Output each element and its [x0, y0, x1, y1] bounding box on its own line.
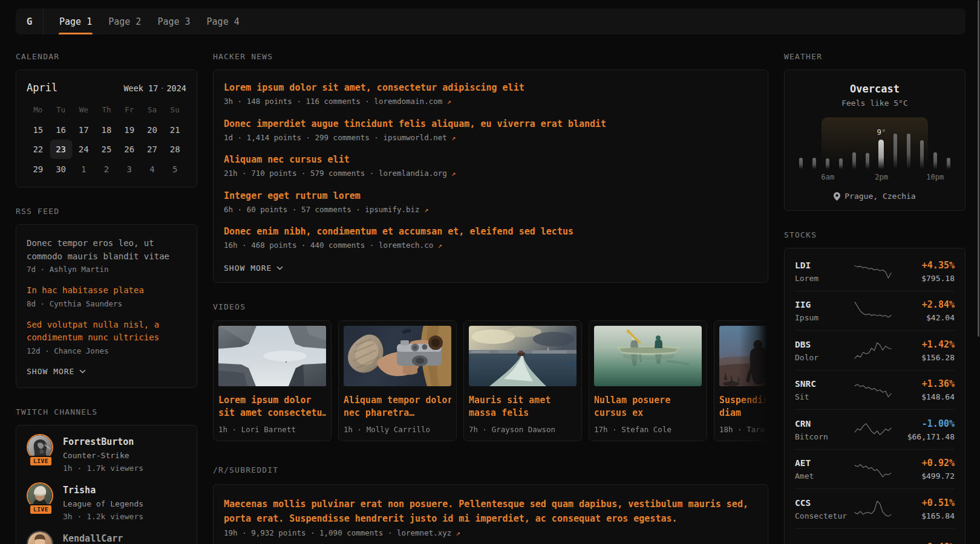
tab-page-1[interactable]: Page 1 [59, 8, 93, 34]
rss-item-title[interactable]: Sed volutpat nulla nisl, a condimentum n… [27, 319, 186, 345]
video-thumbnail[interactable] [469, 326, 577, 386]
calendar-day-header: We [72, 106, 95, 114]
video-meta: 17h · Stefan Cole [594, 424, 702, 435]
calendar-separator: · [158, 83, 166, 93]
hn-item-domain[interactable]: ipsumworld.net [383, 133, 446, 142]
calendar-day[interactable]: 2 [95, 160, 118, 178]
stock-price: $66,171.48 [899, 432, 955, 442]
twitch-channel-category[interactable]: Counter-Strike [63, 450, 143, 461]
calendar-day[interactable]: 18 [95, 121, 118, 138]
hn-item-domain[interactable]: loremlandia.org [379, 169, 447, 178]
video-card: Aliquam tempor dolor nec pharetra… 1h · … [338, 320, 457, 441]
stock-symbol[interactable]: CCS [795, 497, 847, 509]
video-thumbnail[interactable] [344, 326, 451, 386]
rss-show-more-button[interactable]: SHOW MORE [27, 367, 186, 376]
rss-show-more-label: SHOW MORE [27, 367, 74, 376]
twitch-channel-name[interactable]: ForrestBurton [63, 436, 143, 448]
calendar-day[interactable]: 30 [50, 160, 73, 178]
video-thumbnail[interactable] [719, 326, 768, 386]
calendar-day-header: Th [95, 106, 118, 114]
scrollbar-thumb[interactable] [978, 0, 979, 337]
calendar-day[interactable]: 22 [27, 141, 50, 158]
tab-page-2[interactable]: Page 2 [108, 8, 142, 34]
calendar-day[interactable]: 21 [163, 121, 186, 138]
calendar-day[interactable]: 17 [72, 121, 95, 138]
video-title-line: Suspendisse sodales [719, 394, 768, 407]
calendar-day[interactable]: 19 [118, 121, 141, 138]
calendar-day[interactable]: 24 [72, 141, 95, 158]
hacker-news-item: Lorem ipsum dolor sit amet, consectetur … [224, 82, 757, 107]
header: G Page 1 Page 2 Page 3 Page 4 [16, 8, 965, 34]
weather-bar [826, 158, 829, 169]
video-title[interactable]: Nullam posuere cursus ex [594, 394, 702, 419]
twitch-channel: LIVE Trisha League of Legends 3h · 1.2k … [27, 482, 186, 522]
video-meta: 1h · Lori Barnett [218, 424, 326, 435]
subreddit-post-domain[interactable]: loremnet.xyz [397, 528, 451, 537]
weather-bar [852, 152, 856, 169]
hn-item-title[interactable]: Integer eget rutrum lorem [224, 190, 757, 202]
hn-item-domain[interactable]: loremdomain.com [374, 97, 442, 106]
video-title-line: Nullam posuere [594, 394, 702, 407]
twitch-avatar[interactable] [27, 531, 53, 544]
calendar-day[interactable]: 16 [50, 121, 73, 138]
weather-hourly-chart: 9° [799, 117, 950, 169]
hn-item-title[interactable]: Aliquam nec cursus elit [224, 154, 757, 166]
hn-show-more-label: SHOW MORE [224, 264, 272, 273]
tab-page-4[interactable]: Page 4 [206, 8, 240, 34]
stock-change: +4.35% [899, 259, 955, 271]
hn-show-more-button[interactable]: SHOW MORE [224, 264, 757, 273]
stock-symbol[interactable]: AET [795, 457, 847, 469]
calendar-day[interactable]: 25 [95, 141, 118, 158]
app-logo[interactable]: G [16, 8, 44, 34]
subreddit-post-title[interactable]: Maecenas mollis pulvinar erat non posuer… [224, 497, 757, 526]
calendar-week: Week 17 [123, 83, 158, 93]
stock-row: CRN Bitcorn -1.00% $66,171.48 [795, 409, 955, 449]
calendar-day[interactable]: 27 [141, 141, 164, 158]
twitch-channel-category[interactable]: League of Legends [63, 499, 143, 509]
calendar-day[interactable]: 28 [163, 141, 186, 158]
calendar-day[interactable]: 20 [141, 121, 164, 138]
stock-symbol[interactable]: DBS [795, 338, 847, 351]
hn-item-domain[interactable]: ipsumify.biz [365, 205, 419, 214]
calendar-day[interactable]: 4 [141, 160, 164, 178]
calendar-day[interactable]: 26 [118, 141, 141, 158]
stock-symbol[interactable]: IIG [795, 299, 847, 311]
video-thumbnail[interactable] [594, 326, 702, 386]
twitch-channel-name[interactable]: Trisha [63, 485, 143, 496]
calendar-day[interactable]: 29 [27, 160, 50, 178]
hn-item-title[interactable]: Donec enim nibh, condimentum et accumsan… [224, 226, 757, 238]
calendar-day[interactable]: 3 [118, 160, 141, 178]
stock-name: Bitcorn [795, 432, 847, 442]
calendar-day[interactable]: 15 [27, 121, 50, 138]
stock-symbol[interactable]: LDI [795, 259, 847, 271]
rss-item-title[interactable]: In hac habitasse platea [27, 284, 186, 297]
stock-symbol[interactable]: SNRC [795, 378, 847, 390]
stock-values: +1.36% $148.64 [899, 378, 955, 402]
video-title-line: nec pharetra… [344, 407, 451, 419]
video-title[interactable]: Suspendisse sodales diam [719, 394, 768, 419]
hn-item-domain[interactable]: loremtech.co [379, 241, 433, 250]
rss-widget-title: RSS FEED [16, 207, 197, 216]
calendar-day[interactable]: 1 [72, 160, 95, 178]
calendar-day[interactable]: 5 [163, 160, 186, 178]
rss-item-title[interactable]: Donec tempor eros leo, ut commodo mauris… [27, 237, 186, 263]
twitch-channel: KendallCarr [27, 531, 186, 544]
hn-item-title[interactable]: Donec imperdiet augue tincidunt felis al… [224, 118, 757, 130]
stock-change: +2.84% [899, 299, 955, 311]
video-thumbnail[interactable] [218, 326, 326, 386]
twitch-channel-name[interactable]: KendallCarr [63, 533, 123, 544]
subreddit-post-meta: 19h · 9,932 points · 1,090 comments · lo… [224, 528, 757, 539]
video-title[interactable]: Mauris sit amet massa felis [469, 394, 577, 419]
video-title[interactable]: Lorem ipsum dolor sit amet consectetu… [218, 394, 326, 419]
center-column: HACKER NEWS Lorem ipsum dolor sit amet, … [213, 53, 768, 544]
stock-change: +1.36% [899, 378, 955, 390]
calendar-day-grid: 1516171819202122232425262728293012345 [27, 121, 186, 178]
video-title[interactable]: Aliquam tempor dolor nec pharetra… [344, 394, 451, 419]
stock-change: +0.46% [899, 541, 955, 544]
tab-page-3[interactable]: Page 3 [157, 8, 191, 34]
stock-symbol[interactable]: AHS [795, 541, 847, 544]
hn-item-title[interactable]: Lorem ipsum dolor sit amet, consectetur … [224, 82, 757, 94]
rss-item-meta: 8d · Cynthia Saunders [27, 298, 186, 309]
stock-symbol[interactable]: CRN [795, 418, 847, 430]
calendar-day-selected[interactable]: 23 [50, 141, 73, 158]
